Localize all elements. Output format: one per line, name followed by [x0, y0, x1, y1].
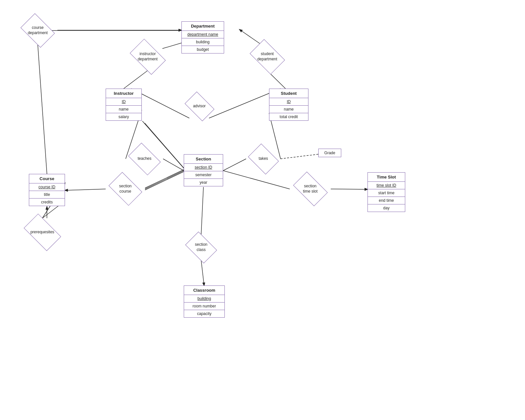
course-attr-title: title	[29, 191, 65, 199]
section-course-diamond: sectioncourse	[106, 176, 145, 202]
student-department-label: studentdepartment	[257, 52, 277, 62]
timeslot-title: Time Slot	[368, 173, 405, 182]
classroom-title: Classroom	[184, 286, 224, 295]
svg-line-19	[201, 260, 204, 285]
instructor-department-label: instructordepartment	[138, 52, 158, 62]
instructor-attr-name: name	[106, 106, 141, 113]
instructor-department-diamond: instructordepartment	[126, 43, 169, 71]
student-entity: Student ID name total credit	[269, 89, 308, 121]
section-timeslot-label: sectiontime slot	[303, 184, 318, 194]
section-class-diamond: sectionclass	[183, 235, 220, 260]
classroom-attr-building: building	[184, 295, 224, 303]
prereqs-diamond: prerequesites	[20, 218, 65, 246]
instructor-entity: Instructor ID name salary	[106, 89, 142, 121]
svg-line-11	[281, 154, 318, 159]
department-attr-building: building	[182, 38, 224, 46]
svg-line-23	[145, 170, 184, 188]
svg-line-2	[38, 44, 47, 174]
student-attr-credit: total credit	[269, 113, 308, 120]
course-department-label: coursedepartment	[28, 25, 48, 35]
instructor-attr-id: ID	[106, 98, 141, 106]
svg-line-16	[331, 189, 368, 189]
svg-line-15	[145, 171, 184, 189]
timeslot-attr-end: end time	[368, 197, 405, 204]
department-title: Department	[182, 22, 224, 31]
classroom-attr-room: room number	[184, 303, 224, 310]
svg-line-14	[65, 189, 106, 190]
teaches-label: teaches	[137, 156, 151, 161]
student-attr-name: name	[269, 106, 308, 113]
section-entity: Section section ID semester year	[184, 154, 223, 186]
student-department-diamond: studentdepartment	[247, 43, 288, 71]
takes-diamond: takes	[246, 146, 281, 172]
svg-line-18	[201, 187, 203, 235]
course-attr-credits: credits	[29, 199, 65, 206]
svg-line-10	[223, 159, 246, 171]
course-title: Course	[29, 174, 65, 183]
svg-line-4	[124, 71, 148, 89]
section-class-label: sectionclass	[195, 242, 207, 252]
department-attr-name: department name	[182, 31, 224, 38]
grade-box: Grade	[318, 149, 341, 157]
classroom-attr-capacity: capacity	[184, 310, 224, 317]
department-entity: Department department name building budg…	[181, 21, 224, 53]
advisor-label: advisor	[193, 104, 206, 109]
student-title: Student	[269, 89, 308, 98]
teaches-diamond: teaches	[126, 146, 163, 172]
timeslot-entity: Time Slot time slot ID start time end ti…	[368, 172, 405, 212]
timeslot-attr-day: day	[368, 204, 405, 212]
svg-line-8	[163, 159, 184, 171]
section-course-label: sectioncourse	[119, 184, 132, 194]
course-entity: Course course ID title credits	[29, 174, 65, 206]
svg-line-24	[145, 172, 184, 190]
takes-label: takes	[259, 156, 268, 161]
section-attr-year: year	[184, 179, 223, 186]
course-attr-id: course ID	[29, 183, 65, 191]
timeslot-attr-id: time slot ID	[368, 182, 405, 189]
section-timeslot-diamond: sectiontime slot	[290, 176, 331, 202]
course-department-diamond: coursedepartment	[18, 16, 57, 44]
prereqs-label: prerequesites	[31, 230, 54, 235]
grade-label: Grade	[319, 149, 341, 157]
classroom-entity: Classroom building room number capacity	[184, 285, 225, 318]
svg-line-17	[223, 171, 290, 189]
instructor-title: Instructor	[106, 89, 141, 98]
section-attr-id: section ID	[184, 164, 223, 171]
student-attr-id: ID	[269, 98, 308, 106]
timeslot-attr-start: start time	[368, 189, 405, 197]
department-attr-budget: budget	[182, 46, 224, 53]
instructor-attr-salary: salary	[106, 113, 141, 120]
section-title: Section	[184, 155, 223, 164]
advisor-diamond: advisor	[182, 94, 217, 118]
section-attr-semester: semester	[184, 171, 223, 179]
